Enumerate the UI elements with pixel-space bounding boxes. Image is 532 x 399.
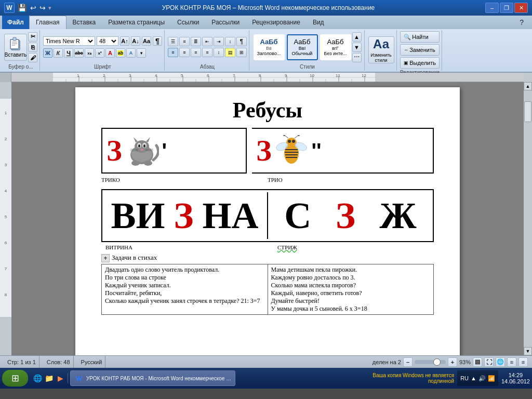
zoom-out-button[interactable]: – (403, 357, 413, 367)
media-icon[interactable]: ▶ (55, 373, 65, 383)
web-layout-button[interactable]: 🌐 (496, 357, 505, 367)
align-left-button[interactable]: ≡ (168, 48, 178, 57)
scroll-track[interactable] (524, 90, 532, 347)
paste-button[interactable]: Вставить (4, 34, 27, 61)
horizontal-ruler: 1 2 3 4 5 6 7 8 9 10 11 12 (11, 73, 524, 82)
print-layout-button[interactable]: ▤ (473, 357, 482, 367)
decrease-font-button[interactable]: A↓ (131, 36, 140, 46)
start-button[interactable]: ⊞ (2, 370, 28, 387)
copy-button[interactable]: ⎘ (28, 43, 37, 52)
bold-button[interactable]: Ж (43, 48, 52, 58)
format-painter-button[interactable]: 🖌 (28, 53, 37, 62)
font-size-select[interactable]: 48 (97, 36, 118, 46)
line-spacing-button[interactable]: ↕ (214, 48, 224, 57)
sort-button[interactable]: ↕ (225, 37, 235, 46)
help-button[interactable]: ? (513, 16, 530, 29)
zoom-level: 93% (459, 359, 471, 365)
highlight-button[interactable]: ab (116, 48, 125, 58)
increase-font-button[interactable]: A↑ (120, 36, 129, 46)
ie-icon[interactable]: 🌐 (32, 373, 43, 383)
tasks-table: Двадцать одно слово учитель продиктовал.… (101, 264, 434, 315)
text-effects-button[interactable]: A (126, 48, 136, 58)
font-color-arrow[interactable]: ▾ (137, 48, 146, 58)
close-button[interactable]: ✕ (514, 3, 528, 13)
change-styles-button[interactable]: Аа Изменить стили (368, 36, 394, 63)
underline-button[interactable]: Ч (64, 48, 73, 58)
lang-info: Русский (81, 359, 102, 365)
align-center-button[interactable]: ≡ (179, 48, 190, 57)
add-table-button[interactable]: + (101, 254, 110, 262)
tab-file[interactable]: Файл (2, 16, 29, 29)
multilevel-button[interactable]: ≣ (191, 37, 201, 46)
superscript-button[interactable]: x² (95, 48, 104, 58)
show-marks-button[interactable]: ¶ (236, 37, 247, 46)
outline-button[interactable]: ≡ (507, 357, 516, 367)
shading-button[interactable]: ▤ (225, 48, 235, 57)
replace-button[interactable]: ↔ Заменить (400, 44, 440, 56)
zoom-in-button[interactable]: + (448, 357, 457, 367)
style-normal[interactable]: АаБб ВвI Обычный (287, 34, 318, 60)
styles-scroll-down[interactable]: ▼ (352, 43, 362, 52)
show-all-button[interactable]: ¶ (153, 36, 162, 46)
ribbon: Файл Главная Вставка Разметка страницы С… (0, 16, 532, 73)
tab-home[interactable]: Главная (29, 16, 66, 29)
vertical-scrollbar[interactable]: ▲ ▼ (524, 82, 532, 355)
tab-page-layout[interactable]: Разметка страницы (102, 16, 171, 29)
styles-expand[interactable]: ⋯ (352, 53, 362, 62)
windows-warning: Ваша копия Windows не является подлинной (361, 373, 454, 384)
clock: 14:29 14.06.2012 (501, 372, 530, 384)
draft-button[interactable]: ≡ (518, 357, 528, 367)
scroll-thumb[interactable] (524, 101, 531, 122)
strikethrough-button[interactable]: abc (74, 48, 84, 58)
tab-references[interactable]: Ссылки (171, 16, 205, 29)
word-taskbar-button[interactable]: W УРОК КОНТР РАБ МОЯ - Microsoft Word не… (70, 370, 235, 386)
align-right-button[interactable]: ≡ (191, 48, 201, 57)
minimize-button[interactable]: – (485, 3, 499, 13)
svg-text:4: 4 (5, 189, 7, 193)
rebus2-right: С З Ж (268, 197, 433, 234)
font-name-select[interactable]: Times New R (43, 36, 95, 46)
styles-scroll-up[interactable]: ▲ (352, 32, 362, 42)
zoom-slider[interactable] (415, 360, 446, 364)
svg-rect-1 (10, 39, 19, 49)
tab-insert[interactable]: Вставка (66, 16, 102, 29)
rebus1-right-quote: '' (312, 140, 322, 161)
rebus2-z2: З (336, 197, 355, 234)
increase-indent-button[interactable]: ⇥ (214, 37, 224, 46)
paste-label: Вставить (5, 52, 26, 58)
select-button[interactable]: ▣ Выделить (400, 57, 440, 69)
cut-button[interactable]: ✂ (28, 32, 37, 42)
decrease-indent-button[interactable]: ⇤ (202, 37, 212, 46)
title-bar: W 💾 ↩ ↪ ▾ УРОК КОНТР РАБ МОЯ – Microsoft… (0, 0, 532, 16)
bullets-button[interactable]: ☰ (168, 37, 178, 46)
zoom-thumb (433, 358, 441, 366)
style-nospace[interactable]: АаБб вгГ Без инте... (320, 34, 351, 60)
scroll-up-button[interactable]: ▲ (524, 82, 532, 90)
svg-text:3: 3 (129, 73, 131, 78)
clear-format-button[interactable]: Aa (142, 36, 151, 46)
style-heading1[interactable]: АаБб Вв Заголово... (254, 34, 285, 60)
styles-preview: АаБб Вв Заголово... АаБб ВвI Обычный АаБ… (254, 34, 351, 60)
tab-view[interactable]: Вид (307, 16, 330, 29)
subscript-button[interactable]: x₂ (85, 48, 94, 58)
network-icon: 📶 (488, 375, 495, 382)
rebus2-z1: З (174, 197, 194, 234)
tab-review[interactable]: Рецензирование (246, 16, 307, 29)
font-color-button[interactable]: A (105, 48, 115, 58)
border-button[interactable]: ⊞ (236, 48, 247, 57)
rebus1-left-quote: ' (162, 140, 167, 161)
restore-button[interactable]: ❐ (500, 3, 513, 13)
align-justify-button[interactable]: ≡ (202, 48, 212, 57)
paste-icon (8, 36, 23, 51)
svg-text:5: 5 (5, 215, 7, 219)
italic-button[interactable]: К (54, 48, 63, 58)
full-screen-button[interactable]: ⛶ (484, 357, 494, 367)
scroll-down-button[interactable]: ▼ (524, 347, 532, 355)
find-button[interactable]: 🔍 Найти (400, 31, 440, 43)
numbering-button[interactable]: ≡ (179, 37, 190, 46)
svg-point-58 (135, 140, 149, 153)
rebus1-row: З (101, 128, 434, 174)
font-row-2: Ж К Ч abc x₂ x² A ab A ▾ (43, 48, 162, 58)
tab-mailings[interactable]: Рассылки (205, 16, 246, 29)
explorer-icon[interactable]: 📁 (44, 373, 54, 383)
